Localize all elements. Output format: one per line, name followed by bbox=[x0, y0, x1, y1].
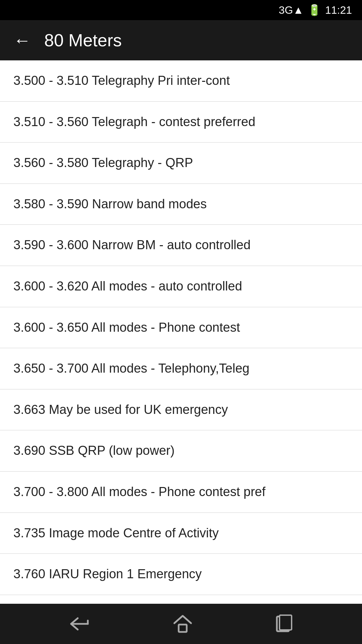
list-item[interactable]: 3.663 May be used for UK emergency bbox=[0, 389, 362, 431]
list-item-text: 3.690 SSB QRP (low power) bbox=[13, 443, 175, 458]
list-item-text: 3.500 - 3.510 Telegraphy Pri inter-cont bbox=[13, 73, 230, 88]
list-item[interactable]: 3.560 - 3.580 Telegraphy - QRP bbox=[0, 143, 362, 184]
list-item-text: 3.590 - 3.600 Narrow BM - auto controlle… bbox=[13, 238, 251, 252]
list-item[interactable]: 3.735 Image mode Centre of Activity bbox=[0, 513, 362, 554]
home-nav-button[interactable] bbox=[173, 614, 193, 634]
frequency-list: 3.500 - 3.510 Telegraphy Pri inter-cont3… bbox=[0, 60, 362, 604]
list-item[interactable]: 3.690 SSB QRP (low power) bbox=[0, 430, 362, 472]
list-item-text: 3.650 - 3.700 All modes - Telephony,Tele… bbox=[13, 361, 249, 375]
list-item[interactable]: 3.760 IARU Region 1 Emergency bbox=[0, 554, 362, 595]
list-item-text: 3.663 May be used for UK emergency bbox=[13, 402, 228, 417]
list-item-text: 3.600 - 3.650 All modes - Phone contest bbox=[13, 320, 240, 334]
recents-nav-button[interactable] bbox=[274, 614, 294, 634]
status-bar: 3G▲ 🔋 11:21 bbox=[0, 0, 362, 20]
back-nav-button[interactable] bbox=[68, 615, 91, 632]
list-item[interactable]: 3.510 - 3.560 Telegraph - contest prefer… bbox=[0, 102, 362, 143]
back-button[interactable]: ← bbox=[13, 32, 31, 49]
list-item[interactable]: 3.600 - 3.620 All modes - auto controlle… bbox=[0, 266, 362, 307]
list-item-text: 3.600 - 3.620 All modes - auto controlle… bbox=[13, 279, 242, 293]
clock: 11:21 bbox=[325, 4, 352, 16]
battery-icon: 🔋 bbox=[308, 4, 321, 16]
list-item[interactable]: 3.600 - 3.650 All modes - Phone contest bbox=[0, 307, 362, 348]
list-item-text: 3.580 - 3.590 Narrow band modes bbox=[13, 197, 207, 211]
status-icons: 3G▲ 🔋 11:21 bbox=[279, 4, 352, 16]
list-item-text: 3.760 IARU Region 1 Emergency bbox=[13, 567, 202, 581]
list-item[interactable]: 3.700 - 3.800 All modes - Phone contest … bbox=[0, 472, 362, 513]
svg-rect-2 bbox=[179, 625, 187, 632]
signal-indicator: 3G▲ bbox=[279, 4, 304, 16]
list-item[interactable]: 3.500 - 3.510 Telegraphy Pri inter-cont bbox=[0, 60, 362, 102]
list-item-text: 3.700 - 3.800 All modes - Phone contest … bbox=[13, 485, 265, 499]
list-item[interactable]: 3.580 - 3.590 Narrow band modes bbox=[0, 184, 362, 225]
list-item[interactable]: 3.590 - 3.600 Narrow BM - auto controlle… bbox=[0, 225, 362, 266]
list-item[interactable]: 3.650 - 3.700 All modes - Telephony,Tele… bbox=[0, 348, 362, 389]
page-title: 80 Meters bbox=[44, 30, 122, 50]
svg-rect-4 bbox=[280, 615, 292, 630]
list-item-text: 3.735 Image mode Centre of Activity bbox=[13, 526, 219, 540]
nav-bar bbox=[0, 604, 362, 644]
header: ← 80 Meters bbox=[0, 20, 362, 60]
list-item-text: 3.560 - 3.580 Telegraphy - QRP bbox=[13, 156, 193, 170]
list-item-text: 3.510 - 3.560 Telegraph - contest prefer… bbox=[13, 115, 255, 129]
